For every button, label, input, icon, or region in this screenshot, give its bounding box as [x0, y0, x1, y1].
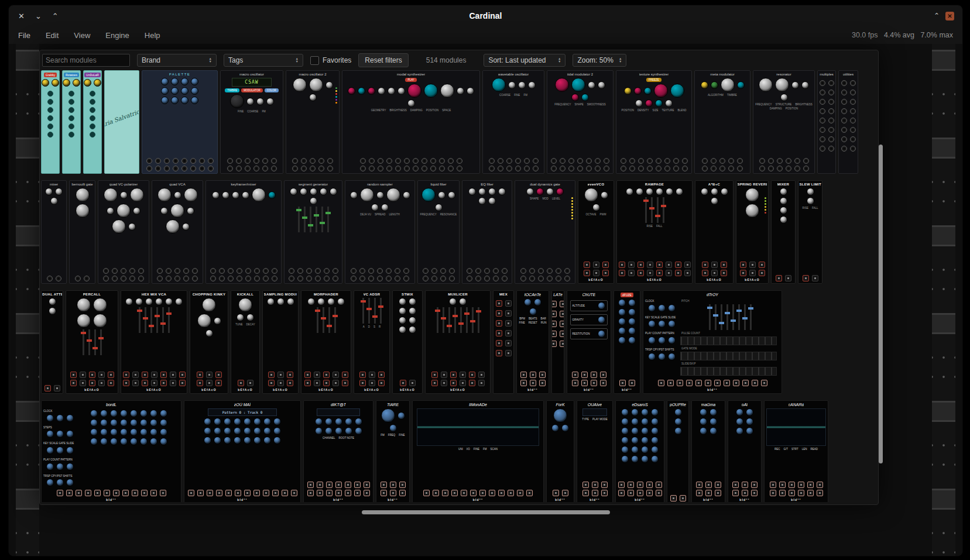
jack[interactable] [122, 490, 129, 496]
jack[interactable] [98, 372, 105, 378]
knob[interactable] [46, 446, 54, 454]
jack[interactable] [841, 99, 847, 105]
jack[interactable] [112, 276, 118, 281]
knob[interactable] [524, 298, 532, 306]
jack[interactable] [628, 482, 634, 488]
jack[interactable] [268, 372, 275, 378]
jack[interactable] [496, 310, 502, 317]
jack[interactable] [431, 372, 438, 378]
jack[interactable] [421, 158, 427, 164]
jack[interactable] [705, 482, 712, 488]
knob[interactable] [584, 188, 598, 202]
jack[interactable] [506, 166, 512, 171]
module-card[interactable]: MEX [493, 290, 514, 394]
knob[interactable] [746, 418, 753, 425]
jack[interactable] [850, 118, 856, 123]
jack[interactable] [236, 158, 242, 164]
module-card[interactable]: PERCALLbEfAcO [66, 290, 118, 394]
knob[interactable] [76, 204, 90, 218]
jack[interactable] [151, 372, 157, 378]
jack[interactable] [817, 482, 823, 488]
knob[interactable] [94, 79, 101, 87]
jack[interactable] [841, 80, 847, 86]
knob[interactable] [674, 427, 682, 435]
knob[interactable] [230, 94, 244, 108]
jack[interactable] [244, 490, 251, 496]
jack[interactable] [621, 166, 626, 171]
knob[interactable] [244, 427, 251, 435]
knob[interactable] [745, 188, 759, 202]
jack[interactable] [404, 166, 410, 171]
knob[interactable] [386, 188, 400, 202]
knob[interactable] [181, 87, 188, 95]
knob[interactable] [116, 204, 131, 218]
jack[interactable] [192, 268, 198, 274]
knob[interactable] [641, 437, 649, 444]
knob[interactable] [467, 87, 474, 95]
jack[interactable] [359, 380, 366, 386]
jack[interactable] [742, 380, 749, 386]
jack[interactable] [770, 482, 776, 488]
jack[interactable] [646, 482, 653, 488]
jack[interactable] [505, 320, 512, 327]
jack[interactable] [381, 490, 387, 496]
knob[interactable] [635, 99, 643, 107]
knob[interactable] [381, 204, 389, 211]
module-card[interactable]: texture synthesizerFREEZEPOSITIONDENSITY… [616, 70, 692, 174]
knob[interactable] [801, 81, 809, 89]
knob[interactable] [77, 314, 91, 328]
knob[interactable] [701, 188, 708, 195]
jack[interactable] [647, 158, 653, 164]
slider[interactable] [316, 207, 317, 232]
knob[interactable] [468, 188, 476, 195]
slider[interactable] [472, 307, 474, 333]
knob[interactable] [355, 418, 362, 425]
knob[interactable] [135, 298, 143, 305]
knob[interactable] [327, 298, 335, 305]
knob[interactable] [644, 87, 652, 95]
jack[interactable] [103, 276, 109, 281]
jack[interactable] [403, 276, 409, 281]
browser-vscrollbar[interactable] [879, 145, 883, 463]
jack[interactable] [441, 372, 447, 378]
jack[interactable] [498, 158, 503, 164]
knob[interactable] [161, 78, 169, 85]
knob[interactable] [561, 424, 569, 432]
jack[interactable] [113, 490, 119, 496]
jack[interactable] [475, 268, 481, 274]
jack[interactable] [441, 380, 447, 386]
knob[interactable] [581, 94, 589, 101]
knob[interactable] [191, 78, 198, 85]
knob[interactable] [140, 428, 148, 436]
knob[interactable] [238, 298, 252, 312]
jack[interactable] [342, 372, 348, 378]
module-card[interactable]: tOCAnTeBPMBEATSBARFINERESETRUNbId°° [516, 290, 549, 394]
knob[interactable] [315, 427, 323, 435]
knob[interactable] [631, 446, 639, 454]
jack[interactable] [604, 158, 609, 164]
knob[interactable] [130, 438, 138, 445]
knob[interactable] [234, 418, 241, 425]
jack[interactable] [345, 482, 351, 488]
jack[interactable] [619, 270, 625, 276]
knob[interactable] [130, 188, 144, 202]
knob[interactable] [536, 188, 544, 195]
jack[interactable] [696, 482, 702, 488]
knob[interactable] [222, 191, 229, 199]
knob[interactable] [648, 320, 656, 328]
jack[interactable] [225, 490, 232, 496]
knob[interactable] [104, 188, 118, 202]
jack[interactable] [604, 166, 609, 171]
menu-item-file[interactable]: File [18, 31, 30, 40]
jack[interactable] [318, 158, 324, 164]
jack[interactable] [132, 380, 139, 386]
knob[interactable] [345, 418, 352, 425]
jack[interactable] [779, 482, 786, 488]
jack[interactable] [90, 107, 95, 113]
jack[interactable] [850, 127, 856, 133]
jack[interactable] [564, 276, 570, 281]
jack[interactable] [460, 380, 466, 386]
knob[interactable] [628, 318, 636, 325]
jack[interactable] [228, 276, 234, 281]
jack[interactable] [421, 166, 427, 171]
